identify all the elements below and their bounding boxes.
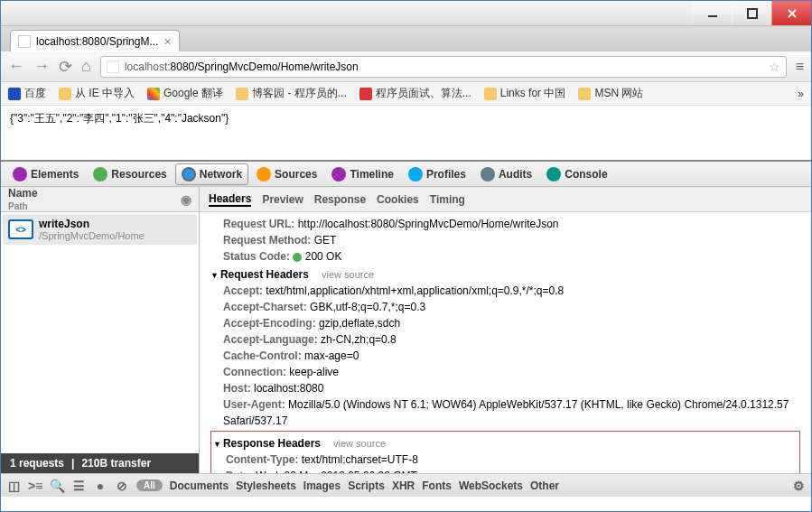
elements-icon <box>13 167 27 182</box>
browser-tab[interactable]: localhost:8080/SpringM... × <box>10 30 180 51</box>
filter-images[interactable]: Images <box>303 479 341 492</box>
bookmark-item[interactable]: 百度 <box>8 86 46 101</box>
bookmark-folder[interactable]: Links for 中国 <box>484 86 566 101</box>
tab-resources[interactable]: Resources <box>87 163 173 185</box>
bookmark-folder[interactable]: MSN 网站 <box>578 86 643 101</box>
status-ok-icon <box>293 253 302 262</box>
network-request-list: NamePath ◉ <> writeJson /SpringMvcDemo/H… <box>1 187 200 473</box>
network-status-bar: 1 requests|210B transfer <box>1 453 199 473</box>
sources-icon <box>257 167 271 182</box>
network-icon <box>182 167 196 182</box>
response-headers-highlight: Response Headersview source Content-Type… <box>210 431 800 473</box>
subtab-timing[interactable]: Timing <box>430 193 465 206</box>
network-request-row[interactable]: <> writeJson /SpringMvcDemo/Home <box>3 214 197 245</box>
tab-network[interactable]: Network <box>175 163 248 185</box>
clear-button[interactable]: ⊘ <box>115 479 129 493</box>
tab-elements[interactable]: Elements <box>6 163 85 185</box>
folder-icon <box>236 88 248 100</box>
search-button[interactable]: 🔍 <box>50 479 64 493</box>
address-bar: ← → ⟳ ⌂ localhost:8080/SpringMvcDemo/Hom… <box>1 51 811 82</box>
url-input[interactable]: localhost:8080/SpringMvcDemo/Home/writeJ… <box>100 56 787 78</box>
tab-favicon <box>18 35 31 48</box>
folder-icon <box>59 88 71 100</box>
network-detail-tabs: Headers Preview Response Cookies Timing <box>200 187 811 212</box>
subtab-response[interactable]: Response <box>314 193 366 206</box>
filter-stylesheets[interactable]: Stylesheets <box>236 479 296 492</box>
filter-xhr[interactable]: XHR <box>392 479 415 492</box>
tab-title: localhost:8080/SpringM... <box>36 35 158 48</box>
tab-audits[interactable]: Audits <box>474 163 538 185</box>
svg-rect-0 <box>708 15 717 17</box>
settings-gear-icon[interactable]: ⚙ <box>791 479 806 493</box>
site-icon <box>107 61 119 73</box>
bookmark-folder[interactable]: 从 IE 中导入 <box>59 86 135 101</box>
audits-icon <box>481 167 495 182</box>
folder-icon <box>578 88 591 100</box>
page-content: {"3":"王五","2":"李四","1":"张三","4":"Jackson… <box>1 106 811 160</box>
url-text: localhost:8080/SpringMvcDemo/Home/writeJ… <box>125 60 359 73</box>
filter-fonts[interactable]: Fonts <box>422 479 452 492</box>
filter-other[interactable]: Other <box>530 479 559 492</box>
subtab-cookies[interactable]: Cookies <box>377 193 419 206</box>
dock-button[interactable]: ◫ <box>6 479 21 493</box>
view-source-link[interactable]: view source <box>322 269 374 280</box>
site-icon <box>359 88 372 100</box>
bookmark-item[interactable]: Google 翻译 <box>147 86 223 101</box>
tab-profiles[interactable]: Profiles <box>402 163 472 185</box>
baidu-icon <box>8 88 21 100</box>
console-toggle-button[interactable]: >≡ <box>28 479 42 493</box>
tab-console[interactable]: Console <box>540 163 613 185</box>
filter-scripts[interactable]: Scripts <box>348 479 385 492</box>
folder-icon <box>484 88 497 100</box>
window-maximize-button[interactable] <box>732 1 771 25</box>
request-path: /SpringMvcDemo/Home <box>39 230 145 241</box>
filter-documents[interactable]: Documents <box>170 479 229 492</box>
nav-back-button[interactable]: ← <box>8 57 24 76</box>
resources-icon <box>93 167 107 182</box>
window-minimize-button[interactable] <box>692 1 732 25</box>
request-headers-section[interactable]: Request Headersview source <box>210 266 800 283</box>
bookmark-star-icon[interactable]: ☆ <box>769 60 780 74</box>
svg-rect-2 <box>107 61 119 73</box>
tab-close-icon[interactable]: × <box>163 34 171 49</box>
svg-rect-1 <box>748 9 757 18</box>
browser-tabbar: localhost:8080/SpringM... × <box>1 26 811 51</box>
bookmark-item[interactable]: 程序员面试、算法... <box>359 86 471 101</box>
headers-detail: Request URL: http://localhost:8080/Sprin… <box>200 212 811 473</box>
request-list-header: NamePath ◉ <box>1 187 199 212</box>
list-view-button[interactable]: ☰ <box>71 479 86 493</box>
profiles-icon <box>408 167 423 182</box>
devtools-panel: Elements Resources Network Sources Timel… <box>1 160 811 497</box>
devtools-footer: ◫ >≡ 🔍 ☰ ● ⊘ All Documents Stylesheets I… <box>1 473 811 497</box>
response-body-text: {"3":"王五","2":"李四","1":"张三","4":"Jackson… <box>10 112 229 125</box>
view-source-link[interactable]: view source <box>333 438 386 449</box>
tab-sources[interactable]: Sources <box>250 163 323 185</box>
record-button[interactable]: ◉ <box>181 192 191 207</box>
console-icon <box>546 167 561 182</box>
timeline-icon <box>331 167 346 182</box>
window-titlebar <box>1 1 811 26</box>
bookmark-folder[interactable]: 博客园 - 程序员的... <box>236 86 347 101</box>
bookmarks-overflow-button[interactable]: » <box>798 88 804 100</box>
chrome-menu-button[interactable]: ≡ <box>796 59 804 75</box>
window-close-button[interactable] <box>771 1 811 25</box>
response-headers-section[interactable]: Response Headersview source <box>213 435 798 451</box>
google-icon <box>147 88 160 100</box>
nav-forward-button[interactable]: → <box>33 57 50 76</box>
request-name: writeJson <box>39 218 145 230</box>
subtab-headers[interactable]: Headers <box>209 192 251 207</box>
nav-reload-button[interactable]: ⟳ <box>59 57 72 77</box>
filter-all[interactable]: All <box>136 479 163 491</box>
devtools-tabs: Elements Resources Network Sources Timel… <box>1 162 811 187</box>
bookmarks-bar: 百度 从 IE 中导入 Google 翻译 博客园 - 程序员的... 程序员面… <box>1 82 811 106</box>
request-type-icon: <> <box>8 219 33 239</box>
tab-timeline[interactable]: Timeline <box>325 163 399 185</box>
subtab-preview[interactable]: Preview <box>262 193 303 206</box>
nav-home-button[interactable]: ⌂ <box>81 57 91 76</box>
record-toggle-button[interactable]: ● <box>93 479 107 493</box>
filter-websockets[interactable]: WebSockets <box>459 479 523 492</box>
